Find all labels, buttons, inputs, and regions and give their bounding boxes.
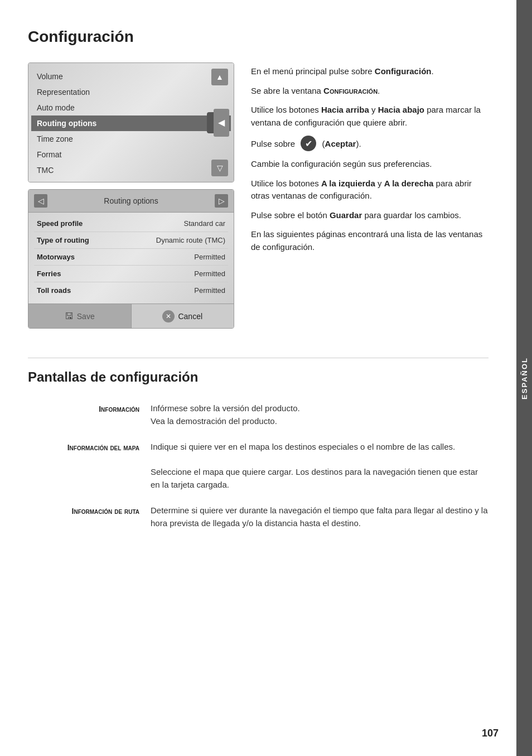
save-button[interactable]: 🖫 Save — [28, 304, 132, 328]
menu-item-volume: Volume — [37, 69, 225, 84]
routing-header: ◁ Routing options ▷ — [28, 190, 234, 213]
term-informacion-mapa: Información del mapa — [28, 437, 151, 494]
menu-list: Volume Representation Auto mode Routing … — [28, 63, 234, 182]
sidebar-tab-label: ESPAÑOL — [520, 357, 529, 399]
ui-box-routing: ◁ Routing options ▷ Speed profile Standa… — [28, 189, 234, 329]
menu-item-format: Format — [37, 147, 225, 162]
toll-roads-label: Toll roads — [37, 286, 71, 295]
routing-row-toll: Toll roads Permitted — [34, 282, 228, 298]
ferries-value: Permitted — [194, 269, 225, 278]
routing-row-ferries: Ferries Permitted — [34, 266, 228, 282]
section2-title: Pantallas de configuración — [28, 358, 489, 385]
menu-item-automode: Auto mode — [37, 100, 225, 115]
cancel-button[interactable]: ✕ Cancel — [132, 304, 234, 328]
toll-roads-value: Permitted — [194, 286, 225, 295]
info-table: Información Infórmese sobre la versión d… — [28, 399, 489, 533]
para-ventana: Se abre la ventana Configuración. — [251, 85, 489, 98]
term-informacion-ruta: Información de ruta — [28, 501, 151, 533]
spacer-2 — [28, 494, 489, 501]
routing-row-motorways: Motorways Permitted — [34, 249, 228, 266]
nav-right-icon-2[interactable]: ▷ — [215, 194, 228, 208]
desc-informacion-ruta: Determine si quiere ver durante la naveg… — [151, 501, 489, 533]
page-number: 107 — [482, 728, 499, 739]
accept-line: Pulse sobre ✔ (Aceptar). — [251, 136, 489, 151]
term-informacion: Información — [28, 399, 151, 431]
menu-item-timezone: Time zone — [37, 131, 225, 147]
info-row-informacion-ruta: Información de ruta Determine si quiere … — [28, 501, 489, 533]
routing-rows: Speed profile Standard car Type of routi… — [28, 213, 234, 301]
desc-informacion-mapa: Indique si quiere ver en el mapa los des… — [151, 437, 489, 494]
menu-item-tmc: TMC — [37, 162, 225, 178]
speed-profile-value: Standard car — [184, 219, 225, 228]
ferries-label: Ferries — [37, 269, 61, 278]
type-routing-value: Dynamic route (TMC) — [156, 236, 225, 244]
section1-title: Configuración — [28, 28, 489, 46]
motorways-label: Motorways — [37, 253, 75, 261]
para-botones: Utilice los botones Hacia arriba y Hacia… — [251, 104, 489, 129]
para-izquierda: Utilice los botones A la izquierda y A l… — [251, 177, 489, 203]
speed-profile-label: Speed profile — [37, 219, 83, 228]
nav-left-icon[interactable]: ◁ — [34, 194, 47, 208]
motorways-value: Permitted — [194, 253, 225, 261]
info-row-informacion-mapa: Información del mapa Indique si quiere v… — [28, 437, 489, 494]
ui-box-menu: Volume Representation Auto mode Routing … — [28, 62, 234, 182]
up-arrow-icon[interactable]: ▲ — [211, 69, 228, 85]
save-icon: 🖫 — [65, 311, 74, 321]
para-guardar: Pulse sobre el botón Guardar para guarda… — [251, 209, 489, 222]
cancel-label: Cancel — [178, 312, 202, 321]
type-routing-label: Type of routing — [37, 236, 89, 244]
para-siguientes: En las siguientes páginas encontrará una… — [251, 228, 489, 253]
routing-footer: 🖫 Save ✕ Cancel — [28, 304, 234, 328]
spacer-1 — [28, 431, 489, 437]
desc-informacion: Infórmese sobre la versión del producto.… — [151, 399, 489, 431]
right-column: En el menú principal pulse sobre Configu… — [251, 62, 489, 335]
routing-row-type: Type of routing Dynamic route (TMC) — [34, 232, 228, 249]
left-column: Volume Representation Auto mode Routing … — [28, 62, 234, 335]
checkmark-accept-icon: ✔ — [301, 136, 316, 151]
para-cambie: Cambie la configuración según sus prefer… — [251, 158, 489, 171]
routing-row-speed: Speed profile Standard car — [34, 215, 228, 232]
para-configuracion: En el menú principal pulse sobre Configu… — [251, 65, 489, 78]
info-row-informacion: Información Infórmese sobre la versión d… — [28, 399, 489, 431]
sidebar-tab: ESPAÑOL — [516, 0, 532, 756]
down-arrow-icon[interactable]: ▽ — [211, 160, 228, 176]
nav-right-icon[interactable]: ◀ — [214, 109, 229, 137]
menu-item-representation: Representation — [37, 84, 225, 100]
cancel-icon: ✕ — [162, 310, 175, 322]
routing-header-title: Routing options — [47, 196, 215, 205]
save-label: Save — [77, 312, 95, 321]
accept-prefix-text: Pulse sobre — [251, 139, 297, 148]
menu-item-routing-options: Routing options — [31, 115, 231, 131]
accept-suffix-text: (Aceptar). — [320, 139, 361, 148]
